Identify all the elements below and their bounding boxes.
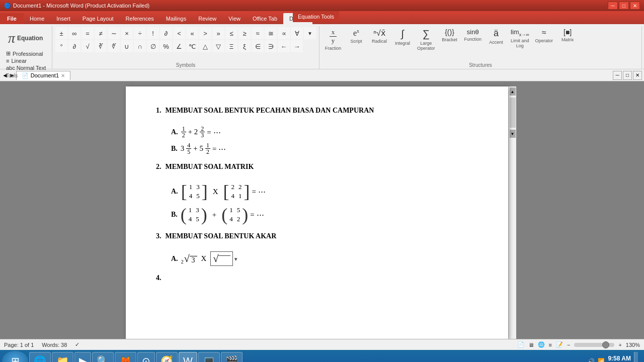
sym-degree[interactable]: °	[55, 40, 67, 52]
sym-plus-minus[interactable]: ±	[55, 27, 67, 39]
start-button[interactable]: ⊞	[2, 351, 28, 362]
view-web-icon[interactable]: 🌐	[538, 341, 545, 348]
radical-placeholder[interactable]	[218, 255, 230, 264]
struct-integral[interactable]: ∫ Integral	[392, 27, 413, 47]
struct-operator[interactable]: ≈ Operator	[533, 27, 555, 44]
tab-file[interactable]: File	[0, 13, 24, 24]
sym-scroll[interactable]: ▼	[304, 27, 316, 39]
zoom-in-btn[interactable]: +	[618, 342, 621, 348]
sym-cbrt[interactable]: ∛	[95, 40, 107, 52]
struct-radical[interactable]: ⁿ√x̄ Radical	[369, 27, 390, 45]
sym-gt[interactable]: >	[199, 27, 211, 39]
sym-partial[interactable]: ∂	[160, 27, 172, 39]
sym-ni[interactable]: ∋	[265, 40, 277, 52]
tab-restore-doc[interactable]: □	[623, 71, 632, 80]
professional-option[interactable]: ⊞ Professional	[6, 50, 48, 57]
sym-approx[interactable]: ≈	[252, 27, 264, 39]
sym-larr[interactable]: ←	[278, 40, 290, 52]
sym-triangle[interactable]: △	[199, 40, 211, 52]
sym-div[interactable]: ÷	[134, 27, 146, 39]
taskbar-media[interactable]: ▶	[74, 352, 91, 362]
scroll-up-btn[interactable]: ▲	[510, 87, 516, 96]
view-print-icon[interactable]: 📄	[517, 341, 524, 348]
document-page[interactable]: 1. MEMBUAT SOAL BENTUK PECAHAN BIASA DAN…	[126, 86, 508, 339]
struct-bracket[interactable]: {()} Bracket	[439, 27, 460, 43]
sym-angle[interactable]: ∠	[173, 40, 185, 52]
show-desktop-btn[interactable]	[634, 352, 638, 362]
scroll-thumb[interactable]	[510, 98, 516, 128]
sym-lt[interactable]: <	[173, 27, 185, 39]
sym-sqrt[interactable]: √	[82, 40, 94, 52]
linear-option[interactable]: ≡ Linear	[6, 58, 48, 64]
view-fullscreen-icon[interactable]: 🖥	[528, 342, 534, 348]
sym-not-equal[interactable]: ≠	[95, 27, 107, 39]
tab-close-doc[interactable]: ✕	[633, 71, 642, 80]
sym-xi[interactable]: Ξ	[225, 40, 237, 52]
sym-geq[interactable]: ≥	[238, 27, 251, 39]
struct-script[interactable]: ex Script	[346, 27, 367, 45]
struct-limit-log[interactable]: limx→∞ Limit andLog	[509, 27, 531, 49]
tab-page-layout[interactable]: Page Layout	[76, 13, 120, 24]
sym-delta[interactable]: ∂	[68, 40, 80, 52]
tab-home[interactable]: Home	[24, 13, 50, 24]
tab-minimize-doc[interactable]: ─	[613, 71, 622, 80]
sym-factorial[interactable]: !	[147, 27, 159, 39]
struct-matrix[interactable]: [■] Matrix	[557, 27, 578, 43]
taskbar-safari[interactable]: 🧭	[156, 352, 178, 362]
sym-qqrt[interactable]: ∜	[108, 40, 120, 52]
tab-references[interactable]: References	[120, 13, 160, 24]
sym-gg[interactable]: »	[212, 27, 224, 39]
sym-xi2[interactable]: ξ	[238, 40, 251, 52]
taskbar-ie[interactable]: 🌐	[29, 352, 51, 362]
sym-intersect[interactable]: ∩	[134, 40, 146, 52]
taskbar-video[interactable]: 🎬	[221, 352, 243, 362]
sym-leq[interactable]: ≤	[225, 27, 237, 39]
view-draft-icon[interactable]: 📝	[556, 341, 563, 348]
sym-times[interactable]: ×	[121, 27, 133, 39]
sym-equal[interactable]: =	[82, 27, 94, 39]
sym-rarr[interactable]: →	[291, 40, 303, 52]
radical-cursor-box[interactable]: √ ▼	[210, 251, 232, 266]
sym-infinity[interactable]: ∞	[68, 27, 80, 39]
sym-empty[interactable]: ∅	[147, 40, 159, 52]
scrollbar[interactable]: ▲ ▼	[508, 86, 516, 339]
taskbar-search[interactable]: 🔍	[92, 352, 114, 362]
close-button[interactable]: ✕	[630, 2, 640, 10]
minimize-button[interactable]: ─	[608, 2, 618, 10]
sym-ll[interactable]: «	[186, 27, 198, 39]
tab-mailings[interactable]: Mailings	[160, 13, 192, 24]
struct-function[interactable]: sinθ Function	[462, 27, 484, 43]
scroll-down-btn[interactable]: ▼	[510, 130, 516, 138]
tab-office-tab[interactable]: Office Tab	[247, 13, 283, 24]
sym-prop[interactable]: ∝	[278, 27, 290, 39]
struct-accent[interactable]: ä Accent	[486, 27, 507, 46]
taskbar-firefox[interactable]: 🦊	[115, 352, 136, 362]
sym-forall[interactable]: ∀	[291, 27, 303, 39]
equation-button[interactable]: π Equation	[6, 28, 48, 48]
sym-pct[interactable]: %	[160, 40, 172, 52]
sym-down[interactable]: ▽	[212, 40, 224, 52]
zoom-out-btn[interactable]: −	[567, 342, 570, 348]
tab-insert[interactable]: Insert	[50, 13, 76, 24]
taskbar-explorer[interactable]: 📁	[52, 352, 73, 362]
normal-text-option[interactable]: abc Normal Text	[6, 65, 48, 71]
spell-check-icon[interactable]: ✓	[75, 341, 79, 348]
taskbar-word[interactable]: W	[179, 352, 197, 362]
zoom-thumb[interactable]	[602, 341, 609, 348]
sym-in[interactable]: ∈	[252, 40, 264, 52]
tab-review[interactable]: Review	[192, 13, 222, 24]
zoom-slider[interactable]	[574, 343, 614, 347]
sym-tilde[interactable]: ∼	[108, 27, 120, 39]
taskbar-chrome[interactable]: ⊙	[137, 352, 155, 362]
tab-view[interactable]: View	[222, 13, 247, 24]
view-outline-icon[interactable]: ≡	[549, 342, 552, 348]
dropdown-arrow[interactable]: ▼	[233, 256, 238, 261]
title-bar-controls[interactable]: ─ □ ✕	[608, 2, 640, 10]
document-tab-close[interactable]: ✕	[61, 73, 65, 78]
sym-celcius[interactable]: ℃	[186, 40, 198, 52]
struct-fraction[interactable]: x y Fraction	[323, 27, 344, 52]
sym-union[interactable]: ∪	[121, 40, 133, 52]
taskbar-cmd[interactable]: 💻	[198, 352, 220, 362]
maximize-button[interactable]: □	[619, 2, 629, 10]
sym-cong[interactable]: ≅	[265, 27, 277, 39]
